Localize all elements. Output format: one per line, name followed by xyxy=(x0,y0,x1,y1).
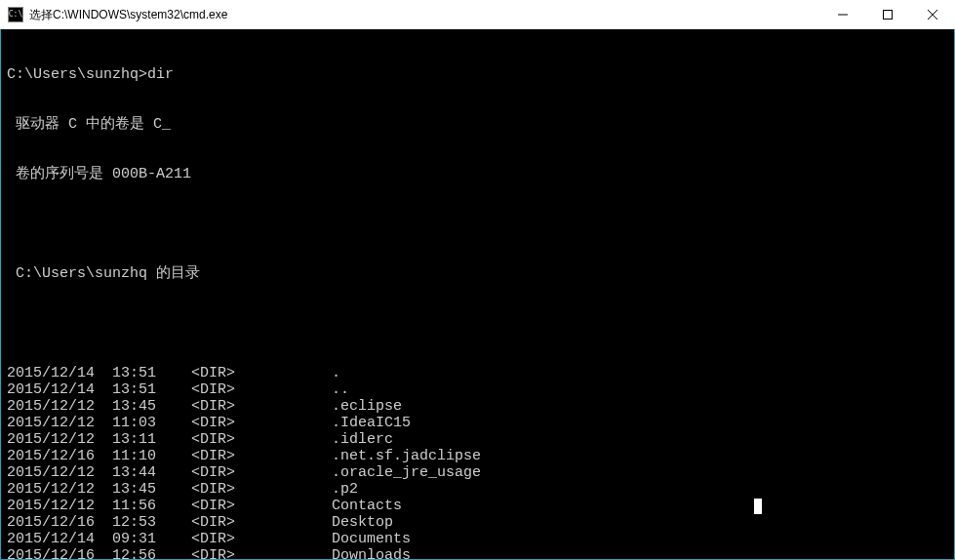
dir-entry: 2015/12/16 11:10 <DIR> .net.sf.jadclipse xyxy=(7,448,954,464)
dir-entry: 2015/12/12 13:44 <DIR> .oracle_jre_usage xyxy=(7,464,954,481)
cmd-icon: C:\ xyxy=(8,7,23,22)
dir-entry: 2015/12/12 11:56 <DIR> Contacts xyxy=(7,498,954,514)
dir-listing: 2015/12/14 13:51 <DIR> .2015/12/14 13:51… xyxy=(7,365,954,560)
svg-rect-1 xyxy=(884,11,893,20)
dir-entry: 2015/12/14 13:51 <DIR> . xyxy=(7,365,954,381)
prompt-line: C:\Users\sunzhq>dir xyxy=(7,66,954,83)
window-title: 选择C:\WINDOWS\system32\cmd.exe xyxy=(29,7,820,23)
dir-entry: 2015/12/14 09:31 <DIR> Documents xyxy=(7,531,954,547)
blank-line xyxy=(7,315,954,332)
maximize-button[interactable] xyxy=(865,0,910,29)
dir-entry: 2015/12/12 11:03 <DIR> .IdeaIC15 xyxy=(7,415,954,431)
close-button[interactable] xyxy=(910,0,955,29)
blank-line xyxy=(7,216,954,232)
serial-line: 卷的序列号是 000B-A211 xyxy=(7,166,954,182)
titlebar[interactable]: C:\ 选择C:\WINDOWS\system32\cmd.exe xyxy=(0,0,955,29)
dir-entry: 2015/12/12 13:45 <DIR> .eclipse xyxy=(7,398,954,415)
dir-entry: 2015/12/12 13:45 <DIR> .p2 xyxy=(7,481,954,498)
dir-entry: 2015/12/14 13:51 <DIR> .. xyxy=(7,381,954,398)
terminal-area[interactable]: C:\Users\sunzhq>dir 驱动器 C 中的卷是 C_ 卷的序列号是… xyxy=(0,29,955,560)
dir-entry: 2015/12/12 13:11 <DIR> .idlerc xyxy=(7,431,954,448)
dir-entry: 2015/12/16 12:53 <DIR> Desktop xyxy=(7,514,954,531)
volume-line: 驱动器 C 中的卷是 C_ xyxy=(7,116,954,133)
window-controls xyxy=(820,0,955,29)
dirof-line: C:\Users\sunzhq 的目录 xyxy=(7,265,954,282)
dir-entry: 2015/12/16 12:56 <DIR> Downloads xyxy=(7,547,954,560)
text-cursor xyxy=(754,499,762,514)
minimize-button[interactable] xyxy=(820,0,865,29)
